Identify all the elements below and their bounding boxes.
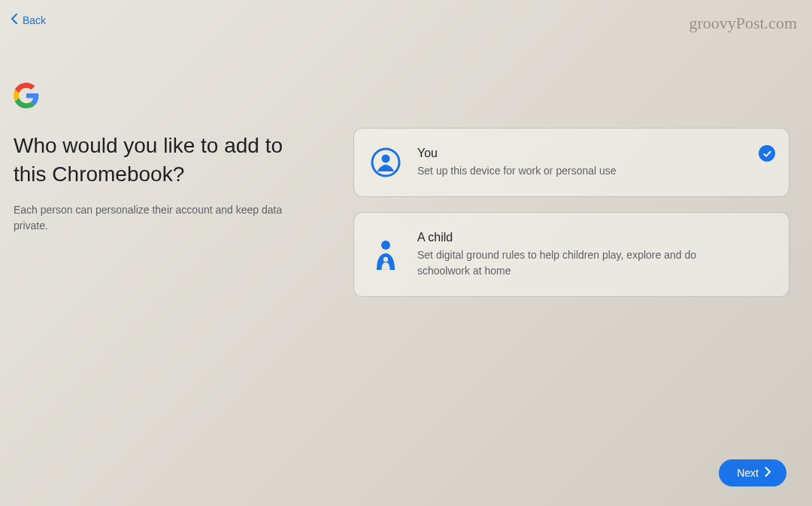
family-icon xyxy=(371,240,401,270)
back-label: Back xyxy=(23,14,46,26)
back-button[interactable]: Back xyxy=(11,14,46,26)
google-logo-icon xyxy=(14,83,39,111)
next-button[interactable]: Next xyxy=(719,459,786,486)
page-subtitle: Each person can personalize their accoun… xyxy=(14,202,299,234)
page-title: Who would you like to add to this Chrome… xyxy=(14,132,299,189)
option-description: Set digital ground rules to help childre… xyxy=(417,247,750,278)
option-title: You xyxy=(417,147,750,160)
svg-point-3 xyxy=(383,256,388,261)
next-label: Next xyxy=(737,467,759,479)
option-text: You Set up this device for work or perso… xyxy=(417,147,750,178)
person-circle-icon xyxy=(371,147,401,177)
watermark-text: groovyPost.com xyxy=(689,14,797,33)
chevron-right-icon xyxy=(765,467,771,479)
chevron-left-icon xyxy=(11,14,18,26)
svg-point-2 xyxy=(381,241,390,250)
options-list: You Set up this device for work or perso… xyxy=(353,128,789,312)
option-title: A child xyxy=(417,231,750,244)
checkmark-icon xyxy=(759,145,775,162)
option-text: A child Set digital ground rules to help… xyxy=(417,231,750,278)
option-you[interactable]: You Set up this device for work or perso… xyxy=(353,128,789,197)
option-child[interactable]: A child Set digital ground rules to help… xyxy=(353,212,789,297)
svg-point-1 xyxy=(382,155,390,163)
option-description: Set up this device for work or personal … xyxy=(417,163,750,178)
content-heading-area: Who would you like to add to this Chrome… xyxy=(14,132,299,234)
